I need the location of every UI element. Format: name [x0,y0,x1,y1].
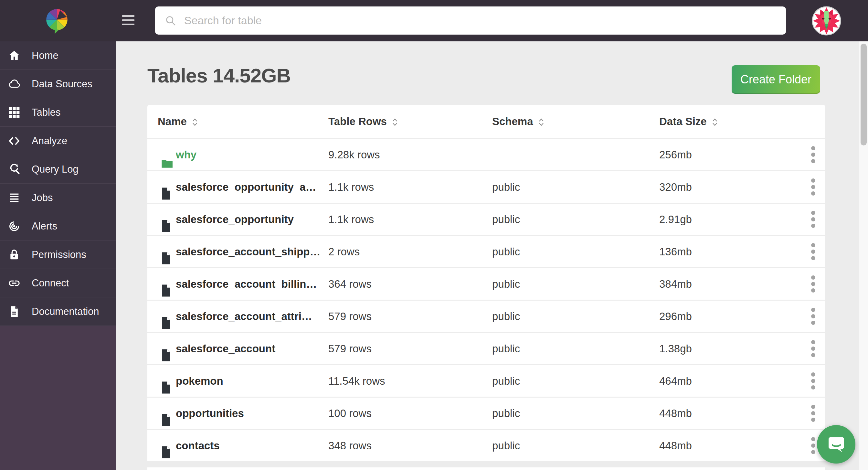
table-row[interactable]: pokemon 11.54k rows public 464mb [147,365,825,396]
data-size-cell: 2.91gb [659,204,692,235]
column-header-name[interactable]: Name [158,105,198,138]
schema-cell: public [492,204,520,235]
create-folder-button[interactable]: Create Folder [732,65,820,94]
sidebar-item-query-log[interactable]: Query Log [0,155,116,184]
table-row[interactable]: salesforce_opportunity_a… 1.1k rows publ… [147,171,825,203]
radar-icon [8,220,21,233]
table-name-link[interactable]: salesforce_account_attri… [176,310,312,322]
sidebar-item-analyze[interactable]: Analyze [0,127,116,155]
chat-bubble-icon [825,433,848,456]
table-row[interactable]: salesforce_account_shipp… 2 rows public … [147,236,825,267]
row-menu-button[interactable] [809,211,817,228]
tables-list: Name Table Rows Schema Data Size why 9.2… [147,105,825,462]
user-avatar[interactable] [812,6,841,35]
file-icon [161,375,171,388]
sidebar-item-tables[interactable]: Tables [0,98,116,127]
table-row[interactable]: salesforce_opportunity 1.1k rows public … [147,204,825,235]
data-size-cell: 136mb [659,236,692,267]
top-bar [0,0,868,41]
row-menu-button[interactable] [809,308,817,325]
sort-icon [711,107,718,140]
sidebar-item-alerts[interactable]: Alerts [0,212,116,240]
table-name-link[interactable]: salesforce_account [176,343,275,355]
table-rows-cell: 579 rows [328,301,372,332]
sidebar-item-jobs[interactable]: Jobs [0,184,116,212]
table-name-link[interactable]: salesforce_opportunity [176,213,294,225]
file-icon [161,407,171,420]
sidebar-item-permissions[interactable]: Permissions [0,240,116,269]
table-rows-cell: 348 rows [328,430,372,461]
file-icon [161,213,171,226]
table-row[interactable]: contacts 348 rows public 448mb [147,430,825,461]
home-icon [8,49,21,62]
file-icon [161,181,171,194]
table-row[interactable]: salesforce_account 579 rows public 1.38g… [147,333,825,364]
schema-cell: public [492,333,520,364]
sidebar-item-documentation[interactable]: Documentation [0,297,116,326]
table-name-link[interactable]: salesforce_account_shipp… [176,246,320,258]
file-icon [161,245,171,258]
table-rows-cell: 2 rows [328,236,360,267]
table-name-link[interactable]: why [176,149,196,160]
column-header-table-rows[interactable]: Table Rows [328,105,399,138]
data-size-cell: 320mb [659,171,692,203]
row-menu-button[interactable] [809,146,817,163]
link-icon [8,277,21,290]
schema-cell: public [492,301,520,332]
scrollbar-thumb[interactable] [861,43,867,145]
table-name-link[interactable]: opportunities [176,407,244,419]
schema-cell: public [492,236,520,267]
table-row[interactable]: salesforce_account_attri… 579 rows publi… [147,301,825,332]
table-header-row: Name Table Rows Schema Data Size [147,105,825,138]
search-input[interactable] [184,14,734,27]
cloud-icon [8,78,21,90]
table-rows-cell: 1.1k rows [328,171,374,203]
table-row[interactable]: opportunities 100 rows public 448mb [147,398,825,429]
data-size-cell: 464mb [659,365,692,396]
search-icon [165,15,177,27]
table-rows-cell: 9.28k rows [328,139,380,170]
data-size-cell: 384mb [659,268,692,300]
row-menu-button[interactable] [809,178,817,196]
row-menu-button[interactable] [809,372,817,389]
table-name-link[interactable]: pokemon [176,375,223,387]
page-title: Tables 14.52GB [147,64,290,87]
table-name-link[interactable]: salesforce_account_billin… [176,278,317,290]
table-row[interactable]: why 9.28k rows 256mb [147,139,825,170]
data-size-cell: 448mb [659,430,692,461]
lock-icon [8,248,21,261]
sidebar: Home Data Sources Tables Analyze Query L… [0,41,116,470]
search-history-icon [8,163,21,176]
column-header-schema[interactable]: Schema [492,105,545,138]
row-menu-button[interactable] [809,275,817,293]
sidebar-item-data-sources[interactable]: Data Sources [0,70,116,98]
row-menu-button[interactable] [809,405,817,422]
scrollbar-track [859,41,868,470]
data-size-cell: 448mb [659,398,692,429]
menu-icon[interactable] [122,15,134,26]
chat-launcher-button[interactable] [817,425,856,464]
schema-cell: public [492,398,520,429]
table-name-link[interactable]: contacts [176,440,220,451]
schema-cell: public [492,268,520,300]
table-rows-cell: 11.54k rows [328,365,385,396]
data-size-cell: 1.38gb [659,333,692,364]
table-name-link[interactable]: salesforce_opportunity_a… [176,181,316,193]
code-icon [8,135,21,147]
sort-icon [191,107,198,140]
row-menu-button[interactable] [809,340,817,357]
sidebar-item-connect[interactable]: Connect [0,269,116,297]
table-rows-cell: 579 rows [328,333,372,364]
data-size-cell: 296mb [659,301,692,332]
sort-icon [538,107,545,140]
table-row-partial [147,467,825,470]
file-icon [161,342,171,355]
column-header-data-size[interactable]: Data Size [659,105,718,138]
sidebar-item-home[interactable]: Home [0,41,116,70]
row-menu-button[interactable] [809,243,817,260]
folder-icon [161,150,173,160]
table-rows-cell: 100 rows [328,398,372,429]
sort-icon [391,107,399,140]
table-row[interactable]: salesforce_account_billin… 364 rows publ… [147,268,825,300]
row-menu-button[interactable] [809,437,817,454]
